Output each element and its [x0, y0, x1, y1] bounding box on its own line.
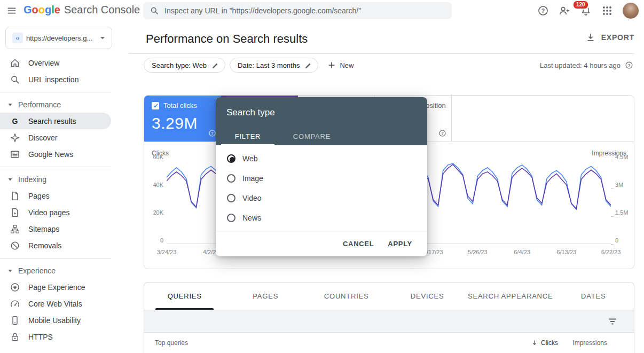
sidebar-item-label: Discover [28, 134, 57, 142]
app-logo[interactable]: Google Search Console [23, 4, 140, 16]
tab-queries[interactable]: QUERIES [144, 283, 225, 310]
cancel-button[interactable]: CANCEL [343, 240, 374, 248]
search-type-option-web[interactable]: Web [216, 148, 427, 168]
checkbox-checked-icon[interactable] [152, 102, 159, 109]
search-type-chip-label: Search type: Web [152, 61, 207, 69]
sidebar-item-url-inspection[interactable]: URL inspection [0, 71, 111, 88]
axis-tick-mark [611, 216, 614, 217]
tab-devices[interactable]: DEVICES [387, 283, 467, 310]
sidebar-item-search-results[interactable]: GSearch results [0, 113, 111, 129]
column-header-impressions[interactable]: Impressions [558, 339, 607, 347]
search-type-chip[interactable]: Search type: Web [144, 58, 225, 73]
option-label: Video [242, 194, 262, 202]
url-inspect-searchbar[interactable] [143, 2, 452, 19]
search-results-icon: G [10, 116, 20, 127]
table-filter-button[interactable] [607, 316, 618, 327]
x-axis-tick-label: 3/24/23 [157, 249, 177, 255]
edit-pencil-icon [211, 61, 219, 69]
help-icon[interactable]: ? [625, 61, 633, 69]
sidebar-item-label: HTTPS [28, 333, 53, 341]
search-type-option-news[interactable]: News [216, 208, 427, 228]
sidebar-item-mobile-usability[interactable]: Mobile Usability [0, 312, 111, 328]
sidebar-item-https[interactable]: HTTPS [0, 328, 111, 345]
apps-grid-icon [601, 5, 613, 17]
metric-card-label: Total clicks [163, 101, 197, 109]
sidebar-item-page-experience[interactable]: Page Experience [0, 279, 111, 295]
collapse-arrow-icon [7, 102, 13, 107]
apply-button[interactable]: APPLY [388, 240, 412, 248]
radio-unselected-icon[interactable] [227, 174, 235, 183]
new-filter-button[interactable]: New [323, 58, 358, 73]
add-user-button[interactable] [559, 5, 570, 17]
sidebar-item-core-web-vitals[interactable]: Core Web Vitals [0, 295, 111, 312]
menu-button[interactable] [4, 4, 19, 17]
sidebar-item-label: Overview [28, 59, 59, 67]
sidebar-item-label: Search results [28, 117, 76, 125]
sitemaps-icon [10, 224, 20, 234]
search-icon [150, 6, 159, 15]
radio-unselected-icon[interactable] [227, 214, 235, 222]
tab-pages[interactable]: PAGES [225, 283, 305, 310]
sidebar-item-label: Pages [28, 192, 50, 200]
sidebar-section-title: Indexing [18, 175, 46, 184]
property-selector[interactable]: ‹› https://developers.g... [5, 27, 112, 49]
radio-selected-icon[interactable] [227, 154, 235, 163]
left-axis-ticks: 60K40K20K0 [144, 157, 163, 249]
download-icon [585, 32, 596, 43]
dialog-tab-compare[interactable]: COMPARE [280, 127, 344, 145]
avatar[interactable] [623, 3, 639, 19]
date-range-chip[interactable]: Date: Last 3 months [230, 58, 318, 73]
logo-product-name: Search Console [64, 4, 140, 16]
new-filter-label: New [340, 61, 354, 69]
apps-grid-button[interactable] [601, 5, 613, 17]
metric-row-filler [452, 96, 634, 142]
sidebar-item-removals[interactable]: Removals [0, 237, 111, 254]
column-header-clicks[interactable]: Clicks [531, 339, 558, 347]
help-button[interactable]: ? [537, 5, 549, 17]
tab-countries[interactable]: COUNTRIES [306, 283, 387, 310]
hamburger-icon [6, 5, 17, 16]
sidebar-item-video-pages[interactable]: Video pages [0, 204, 111, 221]
metric-card-value: 3.29M [152, 114, 214, 132]
right-axis-ticks: 4.5M3M1.5M0 [615, 157, 634, 249]
sidebar-item-sitemaps[interactable]: Sitemaps [0, 221, 111, 237]
sidebar-item-label: Sitemaps [28, 225, 59, 233]
notifications: 120 [580, 5, 592, 17]
radio-unselected-icon[interactable] [227, 194, 235, 202]
axis-tick-label: 0 [615, 237, 634, 244]
last-updated: Last updated: 4 hours ago ? [540, 61, 633, 69]
dialog-tab-filter[interactable]: FILTER [216, 127, 280, 145]
sidebar-item-discover[interactable]: Discover [0, 129, 111, 146]
sidebar-section-performance[interactable]: Performance [0, 97, 111, 113]
tab-search-appearance[interactable]: SEARCH APPEARANCE [468, 283, 553, 310]
help-icon[interactable]: ? [438, 129, 446, 137]
help-icon[interactable]: ? [208, 129, 216, 137]
page-title: Performance on Search results [146, 32, 308, 46]
filter-list-icon [607, 316, 618, 327]
axis-tick-label: 0 [144, 237, 163, 244]
news-icon [10, 149, 20, 160]
search-type-option-video[interactable]: Video [216, 188, 427, 208]
column-header-top-queries[interactable]: Top queries [155, 339, 531, 347]
sidebar-item-pages[interactable]: Pages [0, 187, 111, 204]
sidebar-item-label: Page Experience [28, 283, 85, 292]
sidebar-section-title: Experience [18, 266, 56, 275]
person-add-icon [559, 5, 570, 17]
metric-card-total-clicks[interactable]: Total clicks 3.29M ? [144, 96, 221, 142]
removals-icon [10, 240, 20, 251]
tab-dates[interactable]: DATES [553, 283, 633, 310]
dialog-title: Search type [216, 97, 427, 118]
sidebar-item-google-news[interactable]: Google News [0, 146, 111, 162]
collapse-arrow-icon [7, 268, 13, 273]
export-button[interactable]: EXPORT [585, 32, 634, 43]
search-type-dialog: Search type FILTER COMPARE WebImageVideo… [216, 97, 427, 256]
url-inspect-input[interactable] [164, 6, 447, 15]
axis-tick-label: 4.5M [615, 153, 634, 161]
dialog-actions: CANCEL APPLY [216, 231, 427, 256]
search-type-option-image[interactable]: Image [216, 168, 427, 188]
sidebar-section-experience[interactable]: Experience [0, 263, 111, 279]
sidebar-item-overview[interactable]: Overview [0, 54, 111, 71]
svg-text:?: ? [441, 131, 443, 136]
sidebar-section-indexing[interactable]: Indexing [0, 171, 111, 187]
axis-tick-label: 60K [144, 153, 163, 161]
